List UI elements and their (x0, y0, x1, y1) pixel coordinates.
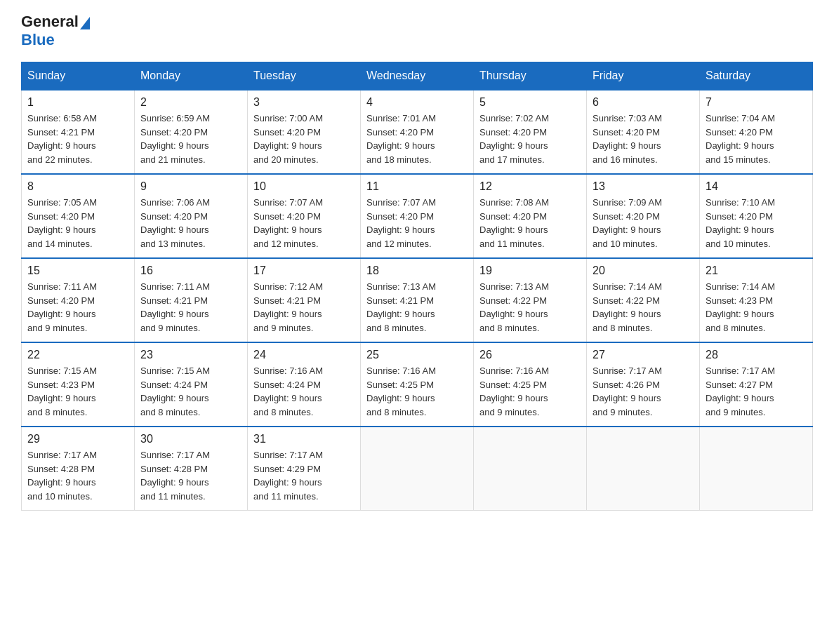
calendar-day-cell: 10Sunrise: 7:07 AMSunset: 4:20 PMDayligh… (248, 174, 361, 258)
day-number: 5 (479, 96, 581, 109)
day-number: 15 (27, 264, 128, 277)
day-number: 28 (706, 349, 807, 361)
calendar-day-cell: 9Sunrise: 7:06 AMSunset: 4:20 PMDaylight… (135, 174, 248, 258)
day-number: 6 (593, 96, 694, 109)
day-info: Sunrise: 7:07 AMSunset: 4:20 PMDaylight:… (366, 196, 468, 250)
calendar-day-cell: 7Sunrise: 7:04 AMSunset: 4:20 PMDaylight… (700, 90, 813, 174)
day-info: Sunrise: 7:01 AMSunset: 4:20 PMDaylight:… (366, 112, 468, 166)
day-number: 2 (140, 96, 241, 109)
calendar-day-cell (700, 427, 813, 511)
calendar-day-cell: 5Sunrise: 7:02 AMSunset: 4:20 PMDaylight… (474, 90, 587, 174)
calendar-day-cell: 30Sunrise: 7:17 AMSunset: 4:28 PMDayligh… (135, 427, 248, 511)
day-info: Sunrise: 7:15 AMSunset: 4:24 PMDaylight:… (140, 364, 241, 419)
day-number: 19 (479, 264, 581, 277)
day-number: 25 (366, 349, 468, 361)
calendar-week-row: 1Sunrise: 6:58 AMSunset: 4:21 PMDaylight… (22, 90, 813, 174)
day-info: Sunrise: 7:05 AMSunset: 4:20 PMDaylight:… (27, 196, 128, 250)
logo-general-text: General (21, 14, 90, 29)
calendar-day-cell: 22Sunrise: 7:15 AMSunset: 4:23 PMDayligh… (22, 342, 135, 427)
calendar-day-cell: 15Sunrise: 7:11 AMSunset: 4:20 PMDayligh… (22, 258, 135, 342)
day-info: Sunrise: 7:17 AMSunset: 4:28 PMDaylight:… (27, 448, 128, 503)
calendar-day-cell: 1Sunrise: 6:58 AMSunset: 4:21 PMDaylight… (22, 90, 135, 174)
day-number: 11 (366, 180, 468, 193)
calendar-day-cell: 13Sunrise: 7:09 AMSunset: 4:20 PMDayligh… (587, 174, 700, 258)
calendar-week-row: 15Sunrise: 7:11 AMSunset: 4:20 PMDayligh… (22, 258, 813, 342)
day-info: Sunrise: 7:06 AMSunset: 4:20 PMDaylight:… (140, 196, 241, 250)
day-info: Sunrise: 7:13 AMSunset: 4:22 PMDaylight:… (479, 280, 581, 335)
day-number: 16 (140, 264, 241, 277)
calendar-week-row: 22Sunrise: 7:15 AMSunset: 4:23 PMDayligh… (22, 342, 813, 427)
day-info: Sunrise: 6:58 AMSunset: 4:21 PMDaylight:… (27, 112, 128, 166)
page-header: General Blue (21, 14, 813, 49)
day-number: 18 (366, 264, 468, 277)
day-number: 26 (479, 349, 581, 361)
calendar-table: SundayMondayTuesdayWednesdayThursdayFrid… (21, 62, 813, 511)
calendar-day-cell: 3Sunrise: 7:00 AMSunset: 4:20 PMDaylight… (248, 90, 361, 174)
day-number: 30 (140, 433, 241, 445)
day-info: Sunrise: 7:00 AMSunset: 4:20 PMDaylight:… (253, 112, 355, 166)
logo-blue-word: Blue (21, 31, 55, 49)
weekday-header-tuesday: Tuesday (248, 62, 361, 90)
day-info: Sunrise: 7:16 AMSunset: 4:24 PMDaylight:… (253, 364, 355, 419)
calendar-day-cell: 29Sunrise: 7:17 AMSunset: 4:28 PMDayligh… (22, 427, 135, 511)
weekday-header-sunday: Sunday (22, 62, 135, 90)
day-number: 3 (253, 96, 355, 109)
day-number: 9 (140, 180, 241, 193)
calendar-day-cell: 21Sunrise: 7:14 AMSunset: 4:23 PMDayligh… (700, 258, 813, 342)
calendar-day-cell: 23Sunrise: 7:15 AMSunset: 4:24 PMDayligh… (135, 342, 248, 427)
weekday-header-wednesday: Wednesday (361, 62, 474, 90)
day-number: 17 (253, 264, 355, 277)
day-info: Sunrise: 7:07 AMSunset: 4:20 PMDaylight:… (253, 196, 355, 250)
calendar-day-cell: 31Sunrise: 7:17 AMSunset: 4:29 PMDayligh… (248, 427, 361, 511)
calendar-week-row: 8Sunrise: 7:05 AMSunset: 4:20 PMDaylight… (22, 174, 813, 258)
calendar-day-cell: 6Sunrise: 7:03 AMSunset: 4:20 PMDaylight… (587, 90, 700, 174)
weekday-header-friday: Friday (587, 62, 700, 90)
calendar-day-cell: 26Sunrise: 7:16 AMSunset: 4:25 PMDayligh… (474, 342, 587, 427)
calendar-day-cell (587, 427, 700, 511)
day-info: Sunrise: 7:09 AMSunset: 4:20 PMDaylight:… (593, 196, 694, 250)
day-info: Sunrise: 7:15 AMSunset: 4:23 PMDaylight:… (27, 364, 128, 419)
day-number: 23 (140, 349, 241, 361)
day-number: 10 (253, 180, 355, 193)
calendar-day-cell: 14Sunrise: 7:10 AMSunset: 4:20 PMDayligh… (700, 174, 813, 258)
calendar-day-cell: 17Sunrise: 7:12 AMSunset: 4:21 PMDayligh… (248, 258, 361, 342)
calendar-header-row: SundayMondayTuesdayWednesdayThursdayFrid… (22, 62, 813, 90)
weekday-header-thursday: Thursday (474, 62, 587, 90)
calendar-day-cell: 16Sunrise: 7:11 AMSunset: 4:21 PMDayligh… (135, 258, 248, 342)
day-number: 14 (706, 180, 807, 193)
calendar-day-cell: 20Sunrise: 7:14 AMSunset: 4:22 PMDayligh… (587, 258, 700, 342)
calendar-day-cell: 12Sunrise: 7:08 AMSunset: 4:20 PMDayligh… (474, 174, 587, 258)
calendar-day-cell: 19Sunrise: 7:13 AMSunset: 4:22 PMDayligh… (474, 258, 587, 342)
day-number: 7 (706, 96, 807, 109)
day-info: Sunrise: 7:16 AMSunset: 4:25 PMDaylight:… (479, 364, 581, 419)
day-info: Sunrise: 7:12 AMSunset: 4:21 PMDaylight:… (253, 280, 355, 335)
calendar-day-cell: 11Sunrise: 7:07 AMSunset: 4:20 PMDayligh… (361, 174, 474, 258)
day-number: 12 (479, 180, 581, 193)
day-number: 24 (253, 349, 355, 361)
day-info: Sunrise: 6:59 AMSunset: 4:20 PMDaylight:… (140, 112, 241, 166)
logo-arrow-icon (80, 17, 90, 29)
calendar-day-cell: 27Sunrise: 7:17 AMSunset: 4:26 PMDayligh… (587, 342, 700, 427)
day-info: Sunrise: 7:17 AMSunset: 4:29 PMDaylight:… (253, 448, 355, 503)
weekday-header-saturday: Saturday (700, 62, 813, 90)
day-number: 8 (27, 180, 128, 193)
day-info: Sunrise: 7:17 AMSunset: 4:27 PMDaylight:… (706, 364, 807, 419)
day-info: Sunrise: 7:11 AMSunset: 4:21 PMDaylight:… (140, 280, 241, 335)
calendar-day-cell: 28Sunrise: 7:17 AMSunset: 4:27 PMDayligh… (700, 342, 813, 427)
day-info: Sunrise: 7:10 AMSunset: 4:20 PMDaylight:… (706, 196, 807, 250)
logo-general-word: General (21, 14, 79, 29)
day-number: 21 (706, 264, 807, 277)
day-number: 31 (253, 433, 355, 445)
day-info: Sunrise: 7:17 AMSunset: 4:28 PMDaylight:… (140, 448, 241, 503)
calendar-day-cell: 24Sunrise: 7:16 AMSunset: 4:24 PMDayligh… (248, 342, 361, 427)
calendar-day-cell: 25Sunrise: 7:16 AMSunset: 4:25 PMDayligh… (361, 342, 474, 427)
day-info: Sunrise: 7:11 AMSunset: 4:20 PMDaylight:… (27, 280, 128, 335)
calendar-day-cell: 4Sunrise: 7:01 AMSunset: 4:20 PMDaylight… (361, 90, 474, 174)
calendar-day-cell: 2Sunrise: 6:59 AMSunset: 4:20 PMDaylight… (135, 90, 248, 174)
day-info: Sunrise: 7:13 AMSunset: 4:21 PMDaylight:… (366, 280, 468, 335)
day-number: 4 (366, 96, 468, 109)
calendar-day-cell: 18Sunrise: 7:13 AMSunset: 4:21 PMDayligh… (361, 258, 474, 342)
calendar-day-cell (361, 427, 474, 511)
day-info: Sunrise: 7:03 AMSunset: 4:20 PMDaylight:… (593, 112, 694, 166)
day-number: 13 (593, 180, 694, 193)
